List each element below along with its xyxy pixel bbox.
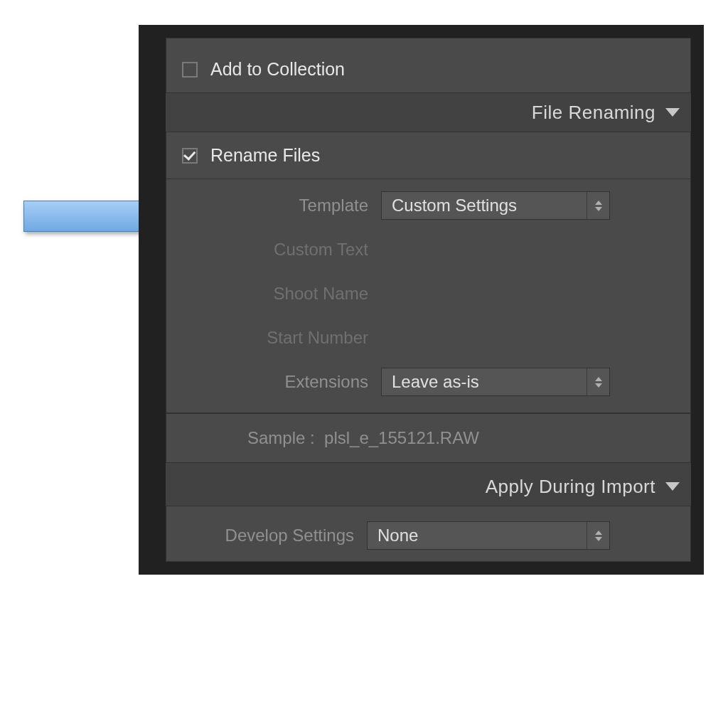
develop-settings-row: Develop Settings None: [182, 521, 675, 550]
apply-during-import-header[interactable]: Apply During Import: [166, 467, 691, 506]
file-renaming-header-label: File Renaming: [532, 102, 655, 124]
sample-row: Sample : plsl_e_155121.RAW: [166, 413, 690, 462]
template-select[interactable]: Custom Settings: [381, 191, 610, 220]
stepper-icon: [587, 368, 609, 395]
start-number-label: Start Number: [182, 328, 381, 348]
apply-during-import-body: Develop Settings None: [166, 506, 691, 562]
custom-text-label: Custom Text: [182, 240, 381, 260]
rename-files-label: Rename Files: [210, 145, 320, 166]
extensions-row: Extensions Leave as-is: [182, 367, 675, 397]
rename-files-row[interactable]: Rename Files: [166, 132, 690, 179]
template-row: Template Custom Settings: [182, 191, 675, 220]
develop-settings-label: Develop Settings: [182, 526, 367, 545]
add-to-collection-label: Add to Collection: [210, 59, 345, 80]
template-label: Template: [182, 196, 381, 215]
custom-text-row: Custom Text: [182, 235, 675, 265]
truncated-section-top: [166, 38, 691, 46]
file-renaming-header[interactable]: File Renaming: [166, 93, 691, 132]
add-to-collection-checkbox[interactable]: [182, 62, 198, 78]
shoot-name-row: Shoot Name: [182, 279, 675, 309]
sample-label: Sample :: [247, 428, 315, 447]
extensions-value: Leave as-is: [392, 372, 479, 392]
file-renaming-body: Rename Files Template Custom Settings: [166, 132, 691, 463]
rename-files-checkbox[interactable]: [182, 148, 198, 164]
develop-settings-select[interactable]: None: [367, 521, 610, 550]
develop-settings-value: None: [378, 526, 418, 545]
extensions-label: Extensions: [182, 372, 381, 392]
start-number-row: Start Number: [182, 323, 675, 353]
chevron-down-icon: [665, 108, 680, 117]
stepper-icon: [587, 522, 609, 549]
add-to-collection-section: Add to Collection: [166, 46, 691, 93]
chevron-down-icon: [665, 482, 680, 491]
extensions-select[interactable]: Leave as-is: [381, 368, 610, 396]
add-to-collection-row[interactable]: Add to Collection: [166, 46, 690, 92]
template-value: Custom Settings: [392, 196, 517, 215]
stepper-icon: [587, 192, 609, 219]
sample-value: plsl_e_155121.RAW: [324, 428, 479, 447]
shoot-name-label: Shoot Name: [182, 284, 381, 304]
import-panel: Add to Collection File Renaming Rename F…: [139, 25, 704, 575]
apply-during-import-header-label: Apply During Import: [486, 476, 655, 498]
